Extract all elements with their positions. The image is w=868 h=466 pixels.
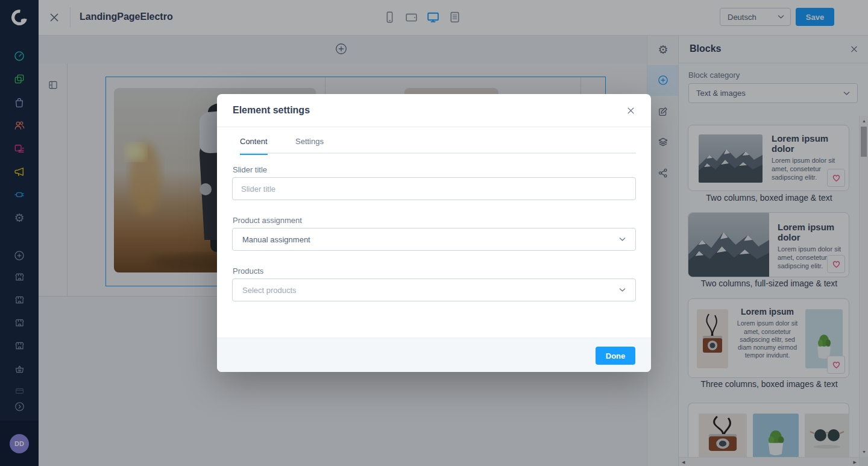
- products-label: Products: [233, 266, 263, 276]
- slider-title-input[interactable]: [232, 177, 636, 200]
- chevron-down-icon: [619, 237, 626, 242]
- modal-close-button[interactable]: [626, 106, 635, 115]
- tab-content[interactable]: Content: [240, 137, 268, 155]
- done-button[interactable]: Done: [596, 347, 635, 365]
- product-assignment-select[interactable]: Manual assignment: [232, 228, 636, 251]
- tab-settings[interactable]: Settings: [295, 137, 324, 154]
- element-settings-modal: Element settings Content Settings Slider…: [217, 94, 651, 372]
- product-assignment-value: Manual assignment: [242, 235, 310, 244]
- modal-header: Element settings: [217, 94, 651, 127]
- modal-title: Element settings: [233, 105, 310, 116]
- modal-footer: Done: [217, 338, 651, 372]
- products-placeholder: Select products: [242, 286, 297, 295]
- modal-tabs: Content Settings: [217, 127, 651, 154]
- cms-editor-screen: LandingPageElectro Deutsch Save: [0, 0, 868, 466]
- products-select[interactable]: Select products: [232, 279, 636, 301]
- chevron-down-icon: [619, 288, 626, 292]
- product-assignment-label: Product assignment: [233, 216, 302, 225]
- slider-title-label: Slider title: [233, 165, 267, 174]
- close-icon: [626, 106, 635, 115]
